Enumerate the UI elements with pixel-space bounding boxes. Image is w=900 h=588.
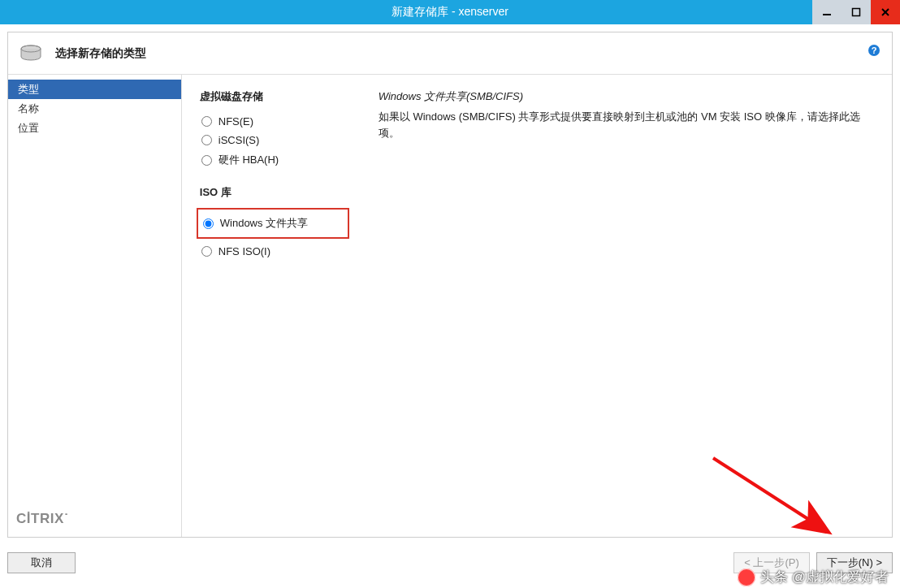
wizard-steps-nav: 类型 名称 位置 CİTRIX˙ bbox=[8, 75, 182, 537]
wizard-step-label: 类型 bbox=[18, 83, 39, 95]
wizard-button-bar: 取消 < 上一步(P) 下一步(N) > bbox=[7, 547, 893, 578]
button-label: < 上一步(P) bbox=[744, 556, 799, 570]
radio-label: iSCSI(S) bbox=[219, 134, 260, 146]
description-title: Windows 文件共享(SMB/CIFS) bbox=[379, 89, 874, 104]
brand-area: CİTRIX˙ bbox=[8, 511, 181, 537]
svg-rect-1 bbox=[853, 9, 860, 16]
svg-text:?: ? bbox=[872, 45, 877, 55]
minimize-button[interactable] bbox=[812, 0, 842, 24]
wizard-step-title: 选择新存储的类型 bbox=[55, 46, 146, 61]
radio-option-iscsi[interactable]: iSCSI(S) bbox=[200, 131, 346, 149]
storage-type-options: 虚拟磁盘存储 NFS(E) iSCSI(S) 硬件 HBA(H) ISO 库 bbox=[200, 89, 346, 527]
window-title: 新建存储库 - xenserver bbox=[392, 5, 508, 19]
wizard-main-pane: 虚拟磁盘存储 NFS(E) iSCSI(S) 硬件 HBA(H) ISO 库 bbox=[182, 75, 892, 537]
radio-option-windows-share[interactable]: Windows 文件共享 bbox=[201, 213, 344, 234]
svg-rect-0 bbox=[823, 14, 831, 15]
button-label: 取消 bbox=[31, 556, 52, 570]
radio-input-windows-share[interactable] bbox=[203, 218, 214, 229]
maximize-icon bbox=[851, 7, 861, 17]
citrix-logo: CİTRIX˙ bbox=[16, 511, 69, 526]
window-control-buttons bbox=[812, 0, 900, 24]
close-icon bbox=[881, 7, 890, 17]
radio-label: NFS(E) bbox=[219, 115, 253, 128]
radio-option-nfs[interactable]: NFS(E) bbox=[200, 112, 346, 131]
radio-label: 硬件 HBA(H) bbox=[219, 153, 279, 167]
wizard-step-name[interactable]: 名称 bbox=[8, 99, 181, 119]
virtual-disk-storage-heading: 虚拟磁盘存储 bbox=[200, 89, 346, 104]
wizard-frame: 选择新存储的类型 ? 类型 名称 位置 bbox=[7, 32, 893, 538]
maximize-button[interactable] bbox=[842, 0, 871, 24]
wizard-body: 类型 名称 位置 CİTRIX˙ 虚拟磁盘存储 NFS bbox=[8, 75, 892, 537]
back-button: < 上一步(P) bbox=[733, 552, 810, 573]
minimize-icon bbox=[822, 7, 832, 17]
radio-option-hba[interactable]: 硬件 HBA(H) bbox=[200, 149, 346, 171]
button-label: 下一步(N) > bbox=[827, 556, 882, 570]
radio-input-nfs[interactable] bbox=[201, 116, 212, 127]
highlighted-option: Windows 文件共享 bbox=[197, 208, 349, 239]
radio-input-nfs-iso[interactable] bbox=[201, 246, 212, 257]
wizard-step-location[interactable]: 位置 bbox=[8, 119, 181, 138]
client-area: 选择新存储的类型 ? 类型 名称 位置 bbox=[0, 24, 900, 588]
storage-repository-icon bbox=[19, 45, 42, 63]
radio-label: NFS ISO(I) bbox=[219, 245, 270, 257]
radio-option-nfs-iso[interactable]: NFS ISO(I) bbox=[200, 242, 346, 261]
window-titlebar: 新建存储库 - xenserver bbox=[0, 0, 900, 24]
help-icon[interactable]: ? bbox=[868, 44, 881, 57]
radio-input-iscsi[interactable] bbox=[201, 135, 212, 145]
close-button[interactable] bbox=[871, 0, 900, 24]
next-button[interactable]: 下一步(N) > bbox=[816, 552, 893, 573]
radio-label: Windows 文件共享 bbox=[220, 216, 308, 231]
storage-type-description: Windows 文件共享(SMB/CIFS) 如果以 Windows (SMB/… bbox=[379, 89, 874, 527]
cancel-button[interactable]: 取消 bbox=[7, 552, 76, 573]
wizard-step-label: 名称 bbox=[18, 102, 39, 115]
wizard-step-type[interactable]: 类型 bbox=[8, 80, 181, 99]
iso-library-heading: ISO 库 bbox=[200, 185, 346, 200]
description-body: 如果以 Windows (SMB/CIFS) 共享形式提供要直接映射到主机或池的… bbox=[379, 109, 874, 141]
wizard-step-label: 位置 bbox=[18, 122, 39, 134]
radio-input-hba[interactable] bbox=[201, 155, 212, 166]
wizard-header: 选择新存储的类型 ? bbox=[8, 32, 892, 75]
